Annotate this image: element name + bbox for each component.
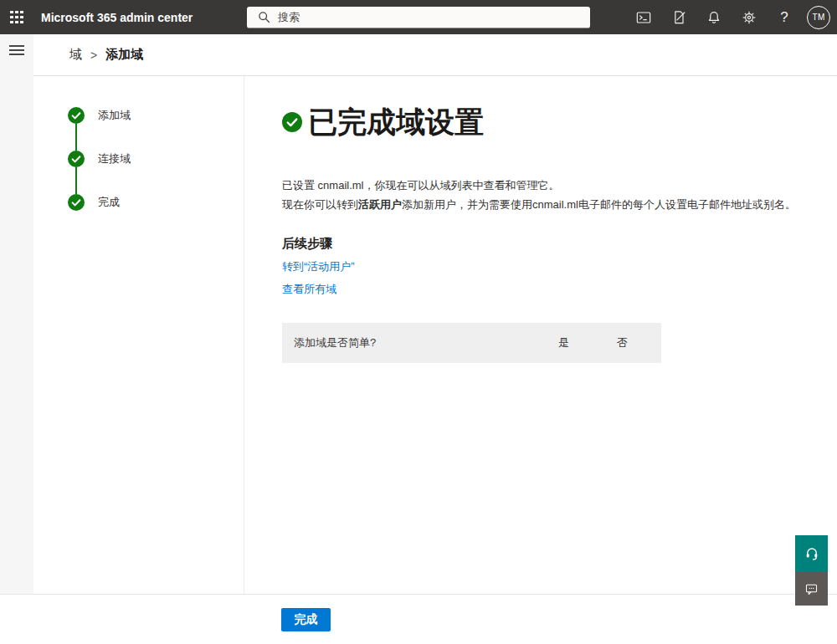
step-label: 添加域 [98, 108, 131, 123]
check-circle-icon [282, 112, 302, 132]
wizard-steps: 添加域 连接域 完成 [33, 76, 244, 594]
link-go-to-active-users[interactable]: 转到“活动用户” [282, 259, 837, 274]
survey-box: 添加域是否简单? 是 否 [282, 323, 661, 363]
step-connector [75, 167, 77, 194]
bell-button[interactable] [696, 0, 732, 34]
step-label: 完成 [98, 195, 120, 210]
next-steps-section: 后续步骤 转到“活动用户” 查看所有域 [282, 236, 837, 297]
done-button[interactable]: 完成 [281, 608, 331, 631]
feedback-widget-button[interactable] [795, 572, 828, 606]
terminal-button[interactable] [626, 0, 661, 34]
chevron-right-icon: > [90, 49, 97, 62]
breadcrumb-current: 添加域 [105, 47, 143, 63]
app-launcher-icon [10, 11, 23, 24]
wizard-footer: 完成 [0, 594, 837, 644]
search-placeholder: 搜索 [278, 10, 300, 25]
link-view-all-domains[interactable]: 查看所有域 [282, 282, 837, 297]
check-circle-icon [68, 107, 85, 124]
active-users-emphasis: 活跃用户 [358, 198, 402, 211]
hamburger-icon[interactable] [9, 45, 24, 55]
search-icon [258, 11, 270, 23]
next-steps-heading: 后续步骤 [282, 236, 837, 252]
app-launcher-button[interactable] [0, 0, 33, 34]
survey-question: 添加域是否简单? [294, 335, 558, 350]
gear-button[interactable] [732, 0, 767, 34]
avatar[interactable]: TM [807, 6, 830, 29]
body-text: 已设置 cnmail.ml，你现在可以从域列表中查看和管理它。 现在你可以转到活… [282, 176, 837, 214]
headset-icon [804, 546, 819, 561]
survey-no-option[interactable]: 否 [617, 335, 628, 350]
survey-yes-option[interactable]: 是 [558, 335, 569, 350]
breadcrumb: 域 > 添加域 [33, 34, 837, 76]
chat-icon [804, 582, 819, 596]
avatar-initials: TM [812, 13, 824, 22]
body-line-1: 已设置 cnmail.ml，你现在可以从域列表中查看和管理它。 [282, 176, 837, 195]
brand-title[interactable]: Microsoft 365 admin center [41, 11, 193, 24]
breadcrumb-domains[interactable]: 域 [69, 47, 82, 63]
step-connector [75, 124, 77, 151]
check-circle-icon [68, 151, 85, 167]
help-button[interactable]: ? [767, 0, 802, 34]
step-add-domain: 添加域 [68, 107, 244, 124]
top-bar-actions: ? TM [626, 0, 835, 34]
page-title: 已完成域设置 [308, 104, 484, 141]
help-widget-button[interactable] [795, 535, 828, 572]
body-line-2: 现在你可以转到活跃用户添加新用户，并为需要使用cnmail.ml电子邮件的每个人… [282, 195, 837, 214]
step-finish: 完成 [68, 194, 244, 211]
collapsed-nav-rail [0, 34, 33, 594]
main-content: 已完成域设置 已设置 cnmail.ml，你现在可以从域列表中查看和管理它。 现… [244, 76, 837, 594]
help-icon: ? [780, 9, 788, 26]
step-label: 连接域 [98, 151, 131, 166]
search-input[interactable]: 搜索 [247, 7, 590, 28]
check-circle-icon [68, 194, 85, 211]
top-bar: Microsoft 365 admin center 搜索 [0, 0, 837, 34]
release-notes-button[interactable] [661, 0, 696, 34]
floating-widgets [795, 535, 828, 606]
step-connect-domain: 连接域 [68, 151, 244, 167]
